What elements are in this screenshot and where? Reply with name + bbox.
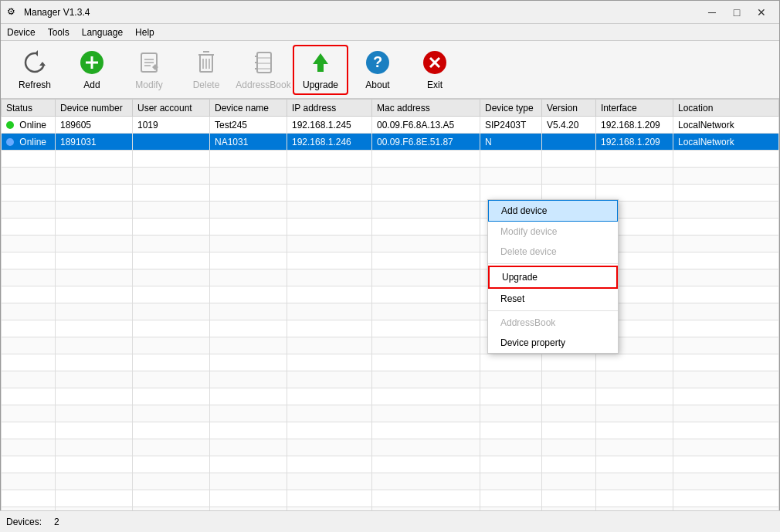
- minimize-button[interactable]: ─: [700, 5, 724, 20]
- table-row-empty: [2, 337, 779, 354]
- menu-device[interactable]: Device: [1, 25, 42, 39]
- main-area: Status Device number User account Device…: [1, 99, 779, 511]
- table-row[interactable]: Online 189605 1019 Test245 192.168.1.245…: [2, 117, 779, 134]
- cell-device-number: 1891031: [56, 134, 133, 151]
- cell-version: [542, 134, 596, 151]
- status-dot-blue: [6, 138, 14, 146]
- table-row-empty: [2, 490, 779, 507]
- cell-mac-address: 00.09.F6.8E.51.87: [372, 134, 480, 151]
- menu-tools[interactable]: Tools: [42, 25, 76, 39]
- table-row-empty: [2, 286, 779, 303]
- modify-icon: [135, 49, 163, 76]
- device-table: Status Device number User account Device…: [1, 99, 779, 511]
- svg-rect-14: [257, 53, 271, 73]
- exit-icon: [421, 49, 449, 76]
- menu-language[interactable]: Language: [76, 25, 129, 39]
- upgrade-button[interactable]: Upgrade: [293, 45, 348, 95]
- refresh-label: Refresh: [19, 80, 51, 90]
- status-bar-devices-label: Devices:: [6, 517, 42, 527]
- table-row-empty: [2, 473, 779, 490]
- status-bar-devices-count: 2: [54, 517, 59, 527]
- add-label: Add: [83, 80, 100, 90]
- table-row-empty: [2, 168, 779, 185]
- refresh-icon: [21, 49, 49, 76]
- cell-user-account: 1019: [133, 117, 210, 134]
- delete-icon: [192, 49, 220, 76]
- context-menu-delete-device: Delete device: [488, 242, 618, 262]
- context-menu-separator-2: [488, 310, 618, 311]
- cell-ip-address: 192.168.1.245: [287, 117, 372, 134]
- table-row-empty: [2, 388, 779, 405]
- table-row-empty: [2, 456, 779, 473]
- add-button[interactable]: Add: [64, 45, 120, 95]
- col-device-name: Device name: [210, 100, 287, 117]
- modify-label: Modify: [135, 80, 162, 90]
- col-user-account: User account: [133, 100, 210, 117]
- col-status: Status: [2, 100, 56, 117]
- title-bar-controls: ─ □ ✕: [700, 5, 773, 20]
- col-device-type: Device type: [480, 100, 542, 117]
- app-icon: ⚙: [7, 6, 19, 19]
- exit-button[interactable]: Exit: [407, 45, 463, 95]
- upgrade-icon: [307, 49, 334, 76]
- app-title: Manager V1.3.4: [24, 7, 90, 18]
- context-menu-reset[interactable]: Reset: [488, 289, 618, 309]
- table-row-empty: [2, 269, 779, 286]
- cell-device-number: 189605: [56, 117, 133, 134]
- cell-location: LocalNetwork: [673, 134, 779, 151]
- about-icon: ?: [364, 49, 392, 76]
- status-dot-green: [6, 121, 14, 129]
- context-menu-device-property[interactable]: Device property: [488, 333, 618, 353]
- context-menu-add-device[interactable]: Add device: [488, 200, 618, 222]
- cell-interface: 192.168.1.209: [596, 117, 673, 134]
- context-menu-modify-device: Modify device: [488, 222, 618, 242]
- cell-location: LocalNetwork: [673, 117, 779, 134]
- table-row-empty: [2, 354, 779, 371]
- table-row[interactable]: Online 1891031 NA1031 192.168.1.246 00.0…: [2, 134, 779, 151]
- table-scroll[interactable]: Status Device number User account Device…: [1, 99, 779, 511]
- col-location: Location: [673, 100, 779, 117]
- cell-interface: 192.168.1.209: [596, 134, 673, 151]
- title-bar-left: ⚙ Manager V1.3.4: [7, 6, 90, 19]
- table-row-empty: [2, 320, 779, 337]
- addressbook-icon: [249, 49, 277, 76]
- toolbar: Refresh Add Modify: [1, 41, 779, 99]
- context-menu-separator: [488, 263, 618, 264]
- cell-device-name: Test245: [210, 117, 287, 134]
- table-row-empty: [2, 439, 779, 456]
- cell-mac-address: 00.09.F6.8A.13.A5: [372, 117, 480, 134]
- cell-ip-address: 192.168.1.246: [287, 134, 372, 151]
- context-menu-upgrade[interactable]: Upgrade: [488, 266, 618, 289]
- about-label: About: [365, 80, 389, 90]
- exit-label: Exit: [427, 80, 443, 90]
- context-menu-addressbook: AddressBook: [488, 313, 618, 333]
- table-row-empty: [2, 422, 779, 439]
- refresh-button[interactable]: Refresh: [7, 45, 63, 95]
- cell-status: Online: [2, 117, 56, 134]
- cell-device-type: SIP2403T: [480, 117, 542, 134]
- svg-marker-21: [313, 53, 328, 72]
- table-row-empty: [2, 252, 779, 269]
- add-icon: [78, 49, 106, 76]
- close-button[interactable]: ✕: [750, 5, 773, 20]
- menu-help[interactable]: Help: [129, 25, 161, 39]
- about-button[interactable]: ? About: [350, 45, 405, 95]
- table-row-empty: [2, 151, 779, 168]
- delete-button: Delete: [178, 45, 234, 95]
- svg-marker-0: [39, 62, 46, 66]
- modify-button: Modify: [121, 45, 177, 95]
- cell-device-type: N: [480, 134, 542, 151]
- delete-label: Delete: [193, 80, 220, 90]
- table-row-empty: [2, 405, 779, 422]
- table-row-empty: [2, 202, 779, 219]
- table-row-empty: [2, 185, 779, 202]
- col-mac-address: Mac address: [372, 100, 480, 117]
- table-row-empty: [2, 371, 779, 388]
- cell-status: Online: [2, 134, 56, 151]
- table-row-empty: [2, 303, 779, 320]
- upgrade-label: Upgrade: [303, 80, 338, 90]
- addressbook-label: AddressBook: [236, 80, 290, 90]
- maximize-button[interactable]: □: [725, 5, 748, 20]
- table-row-empty: [2, 219, 779, 236]
- title-bar: ⚙ Manager V1.3.4 ─ □ ✕: [1, 1, 779, 24]
